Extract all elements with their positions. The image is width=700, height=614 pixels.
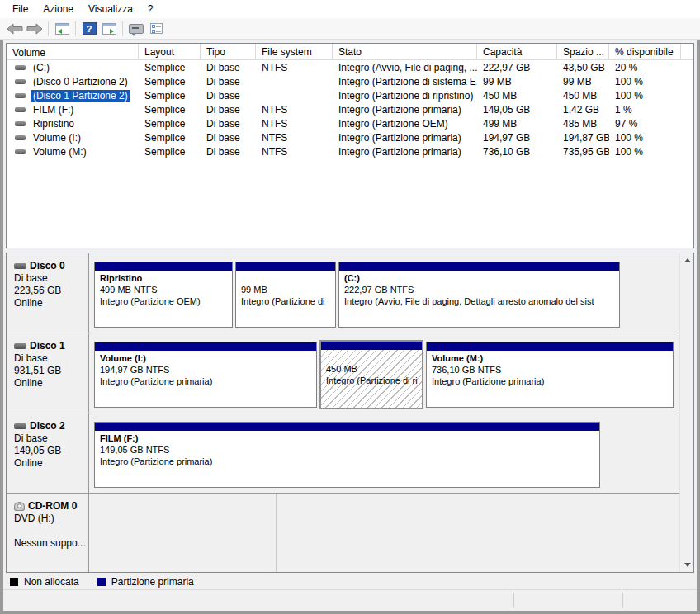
menu-visualizza[interactable]: Visualizza (81, 1, 140, 17)
customize-view-button[interactable] (146, 20, 166, 38)
screen-tip-button[interactable] (126, 20, 146, 38)
menu-file[interactable]: File (5, 1, 35, 17)
partition-film-f[interactable]: FILM (F:)149,05 GB NTFSIntegro (Partizio… (94, 422, 600, 488)
scroll-up-icon[interactable] (680, 253, 694, 267)
back-arrow-icon (7, 23, 23, 35)
disk-label-disco-1[interactable]: Disco 1 Di base 931,51 GB Online (7, 333, 89, 413)
legend-bar: Non allocata Partizione primaria (3, 574, 697, 589)
column-header-layout[interactable]: Layout (139, 44, 201, 59)
toolbar-separator (48, 21, 49, 36)
partition-color-strip (236, 262, 335, 271)
legend-primary-swatch (97, 578, 106, 586)
volume-name: Volume (M:) (31, 146, 89, 158)
disk-row-disco-1: Disco 1 Di base 931,51 GB Online Volume … (7, 333, 679, 413)
menu-help[interactable]: ? (140, 1, 161, 17)
table-row-selected[interactable]: (Disco 1 Partizione 2) Semplice Di base … (7, 88, 693, 102)
disk-label-disco-2[interactable]: Disco 2 Di base 149,05 GB Online (7, 413, 89, 493)
help-icon: ? (83, 22, 97, 35)
partition-color-strip (321, 342, 422, 350)
vertical-scrollbar[interactable] (679, 253, 693, 572)
status-separator (622, 593, 623, 608)
status-bar (3, 589, 697, 611)
status-separator (513, 593, 514, 608)
volume-name: Ripristino (31, 118, 77, 130)
legend-unallocated-swatch (10, 578, 18, 586)
partition-c-drive[interactable]: (C:)222,97 GB NTFSIntegro (Avvio, File d… (338, 262, 620, 328)
disk-management-window: File Azione Visualizza ? ? (0, 0, 700, 614)
console-tree-icon (55, 23, 69, 35)
volume-list-pane: Volume Layout Tipo File system Stato Cap… (6, 43, 694, 248)
menu-bar: File Azione Visualizza ? (0, 0, 700, 18)
partition-recovery-selected[interactable]: 450 MBIntegro (Partizione di ri (319, 340, 423, 409)
cd-icon (14, 502, 25, 511)
volume-icon (15, 107, 26, 112)
toolbar-separator (75, 21, 76, 36)
graphical-view-pane: Disco 0 Di base 223,56 GB Online Riprist… (6, 253, 694, 573)
volume-list-header: Volume Layout Tipo File system Stato Cap… (7, 44, 693, 60)
partition-color-strip (339, 262, 619, 271)
table-row[interactable]: Ripristino Semplice Di base NTFS Integro… (7, 116, 693, 130)
disk-label-cdrom-0[interactable]: CD-ROM 0 DVD (H:) Nessun suppo... (7, 494, 89, 572)
window-frame-right (697, 40, 700, 614)
show-console-tree-button[interactable] (52, 20, 72, 38)
partition-color-strip (95, 262, 232, 271)
menu-azione[interactable]: Azione (35, 1, 81, 17)
disk-row-cdrom-0: CD-ROM 0 DVD (H:) Nessun suppo... (7, 494, 679, 572)
volume-icon (15, 79, 26, 84)
column-header-capacita[interactable]: Capacità (477, 44, 557, 59)
table-row[interactable]: Volume (I:) Semplice Di base NTFS Integr… (7, 130, 693, 144)
column-header-filesystem[interactable]: File system (256, 44, 333, 59)
disk-row-disco-0: Disco 0 Di base 223,56 GB Online Riprist… (7, 253, 679, 333)
volume-name: (Disco 1 Partizione 2) (31, 90, 130, 102)
partition-efi-system[interactable]: 99 MBIntegro (Partizione di (235, 262, 336, 328)
column-header-volume[interactable]: Volume (7, 44, 139, 59)
volume-icon (15, 121, 26, 126)
window-frame-left (0, 40, 3, 614)
volume-name: FILM (F:) (31, 104, 76, 116)
empty-media-divider (276, 494, 277, 572)
column-header-disponibile[interactable]: % disponibile (609, 44, 681, 59)
partition-ripristino[interactable]: Ripristino499 MB NTFSIntegro (Partizione… (94, 262, 233, 328)
volume-name: Volume (I:) (31, 132, 83, 144)
scroll-down-icon[interactable] (680, 558, 694, 572)
volume-icon (15, 135, 26, 140)
partition-color-strip (95, 423, 599, 431)
disk-icon (14, 343, 26, 349)
screen-tip-icon (129, 24, 144, 34)
column-header-tipo[interactable]: Tipo (201, 44, 256, 59)
column-header-stato[interactable]: Stato (333, 44, 477, 59)
checklist-icon (150, 23, 163, 34)
table-row[interactable]: Volume (M:) Semplice Di base NTFS Integr… (7, 144, 693, 158)
table-row[interactable]: (Disco 0 Partizione 2) Semplice Di base … (7, 74, 693, 88)
window-frame-bottom (0, 611, 700, 614)
partition-color-strip (427, 342, 673, 351)
toolbar: ? (0, 18, 700, 40)
table-row[interactable]: (C:) Semplice Di base NTFS Integro (Avvi… (7, 60, 693, 74)
disk-graphic-area (89, 494, 679, 572)
volume-name: (Disco 0 Partizione 2) (31, 76, 130, 87)
volume-icon (15, 149, 26, 154)
disk-row-disco-2: Disco 2 Di base 149,05 GB Online FILM (F… (7, 413, 679, 494)
partition-volume-i[interactable]: Volume (I:)194,97 GB NTFSIntegro (Partiz… (94, 342, 317, 408)
show-action-pane-button[interactable] (99, 20, 119, 38)
column-header-spazio[interactable]: Spazio ... (557, 44, 609, 59)
legend-primary-label: Partizione primaria (111, 576, 194, 588)
disk-graphic-area: FILM (F:)149,05 GB NTFSIntegro (Partizio… (89, 413, 679, 493)
action-pane-icon (102, 23, 116, 35)
disk-graphic-area: Volume (I:)194,97 GB NTFSIntegro (Partiz… (89, 333, 679, 413)
disk-label-disco-0[interactable]: Disco 0 Di base 223,56 GB Online (7, 253, 89, 333)
forward-button[interactable] (25, 20, 45, 38)
legend-unallocated-label: Non allocata (24, 576, 79, 588)
volume-icon (15, 93, 26, 98)
back-button[interactable] (5, 20, 25, 38)
partition-volume-m[interactable]: Volume (M:)736,10 GB NTFSIntegro (Partiz… (426, 342, 674, 408)
forward-arrow-icon (26, 23, 43, 35)
disk-icon (14, 263, 26, 269)
help-button[interactable]: ? (79, 20, 99, 38)
disk-icon (14, 423, 26, 429)
toolbar-separator (122, 21, 123, 36)
partition-color-strip (95, 342, 316, 351)
column-header-filler (681, 44, 693, 59)
disk-graphic-area: Ripristino499 MB NTFSIntegro (Partizione… (89, 253, 679, 333)
table-row[interactable]: FILM (F:) Semplice Di base NTFS Integro … (7, 102, 693, 116)
